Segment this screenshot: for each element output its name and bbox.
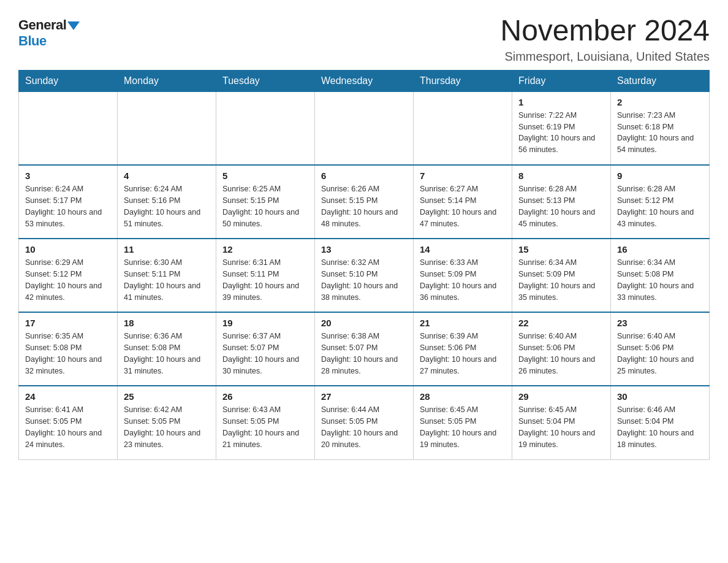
calendar-cell (19, 91, 118, 165)
calendar-cell: 14Sunrise: 6:33 AM Sunset: 5:09 PM Dayli… (414, 239, 512, 312)
day-number: 29 (518, 391, 604, 402)
day-info: Sunrise: 7:23 AM Sunset: 6:18 PM Dayligh… (617, 110, 703, 156)
day-number: 2 (617, 97, 703, 107)
day-number: 17 (25, 318, 111, 328)
calendar-cell: 20Sunrise: 6:38 AM Sunset: 5:07 PM Dayli… (315, 312, 414, 386)
calendar-cell (118, 91, 216, 165)
day-info: Sunrise: 6:38 AM Sunset: 5:07 PM Dayligh… (321, 331, 407, 377)
calendar-title-area: November 2024 Simmesport, Louisiana, Uni… (500, 15, 710, 64)
calendar-cell: 4Sunrise: 6:24 AM Sunset: 5:16 PM Daylig… (118, 165, 216, 239)
calendar-cell: 24Sunrise: 6:41 AM Sunset: 5:05 PM Dayli… (19, 386, 118, 459)
calendar-cell: 1Sunrise: 7:22 AM Sunset: 6:19 PM Daylig… (512, 91, 611, 165)
calendar-cell (414, 91, 512, 165)
day-number: 10 (25, 244, 111, 255)
logo-blue: Blue (18, 33, 47, 48)
calendar-cell (216, 91, 315, 165)
calendar-cell: 8Sunrise: 6:28 AM Sunset: 5:13 PM Daylig… (512, 165, 611, 239)
day-info: Sunrise: 6:44 AM Sunset: 5:05 PM Dayligh… (321, 404, 407, 450)
day-number: 24 (25, 391, 111, 402)
page-header: General Blue November 2024 Simmesport, L… (18, 15, 710, 64)
day-number: 3 (25, 170, 111, 181)
calendar-cell: 29Sunrise: 6:45 AM Sunset: 5:04 PM Dayli… (512, 386, 611, 459)
calendar-cell: 23Sunrise: 6:40 AM Sunset: 5:06 PM Dayli… (611, 312, 710, 386)
calendar-cell: 11Sunrise: 6:30 AM Sunset: 5:11 PM Dayli… (118, 239, 216, 312)
day-info: Sunrise: 6:36 AM Sunset: 5:08 PM Dayligh… (124, 331, 210, 377)
day-number: 7 (420, 170, 506, 181)
month-title: November 2024 (500, 15, 710, 47)
calendar-cell: 18Sunrise: 6:36 AM Sunset: 5:08 PM Dayli… (118, 312, 216, 386)
weekday-header-sunday: Sunday (19, 70, 118, 91)
day-info: Sunrise: 6:45 AM Sunset: 5:04 PM Dayligh… (518, 404, 604, 450)
calendar-cell: 30Sunrise: 6:46 AM Sunset: 5:04 PM Dayli… (611, 386, 710, 459)
day-number: 21 (420, 318, 506, 328)
day-info: Sunrise: 6:40 AM Sunset: 5:06 PM Dayligh… (518, 331, 604, 377)
day-info: Sunrise: 6:41 AM Sunset: 5:05 PM Dayligh… (25, 404, 111, 450)
day-info: Sunrise: 6:45 AM Sunset: 5:05 PM Dayligh… (420, 404, 506, 450)
weekday-header-monday: Monday (118, 70, 216, 91)
week-row-3: 10Sunrise: 6:29 AM Sunset: 5:12 PM Dayli… (19, 239, 710, 312)
calendar-cell: 15Sunrise: 6:34 AM Sunset: 5:09 PM Dayli… (512, 239, 611, 312)
week-row-2: 3Sunrise: 6:24 AM Sunset: 5:17 PM Daylig… (19, 165, 710, 239)
day-info: Sunrise: 7:22 AM Sunset: 6:19 PM Dayligh… (518, 110, 604, 156)
day-number: 30 (617, 391, 703, 402)
week-row-1: 1Sunrise: 7:22 AM Sunset: 6:19 PM Daylig… (19, 91, 710, 165)
day-number: 27 (321, 391, 407, 402)
day-info: Sunrise: 6:42 AM Sunset: 5:05 PM Dayligh… (124, 404, 210, 450)
day-number: 13 (321, 244, 407, 255)
calendar-table: SundayMondayTuesdayWednesdayThursdayFrid… (18, 70, 710, 460)
day-info: Sunrise: 6:26 AM Sunset: 5:15 PM Dayligh… (321, 183, 407, 229)
day-info: Sunrise: 6:46 AM Sunset: 5:04 PM Dayligh… (617, 404, 703, 450)
logo-triangle-icon (67, 21, 80, 30)
day-info: Sunrise: 6:30 AM Sunset: 5:11 PM Dayligh… (124, 257, 210, 303)
day-number: 25 (124, 391, 210, 402)
day-number: 8 (518, 170, 604, 181)
calendar-cell: 27Sunrise: 6:44 AM Sunset: 5:05 PM Dayli… (315, 386, 414, 459)
week-row-4: 17Sunrise: 6:35 AM Sunset: 5:08 PM Dayli… (19, 312, 710, 386)
day-info: Sunrise: 6:24 AM Sunset: 5:17 PM Dayligh… (25, 183, 111, 229)
calendar-cell: 22Sunrise: 6:40 AM Sunset: 5:06 PM Dayli… (512, 312, 611, 386)
weekday-header-tuesday: Tuesday (216, 70, 315, 91)
calendar-cell: 10Sunrise: 6:29 AM Sunset: 5:12 PM Dayli… (19, 239, 118, 312)
calendar-cell: 2Sunrise: 7:23 AM Sunset: 6:18 PM Daylig… (611, 91, 710, 165)
calendar-cell: 6Sunrise: 6:26 AM Sunset: 5:15 PM Daylig… (315, 165, 414, 239)
day-number: 9 (617, 170, 703, 181)
calendar-cell: 3Sunrise: 6:24 AM Sunset: 5:17 PM Daylig… (19, 165, 118, 239)
weekday-header-saturday: Saturday (611, 70, 710, 91)
day-number: 26 (222, 391, 308, 402)
day-number: 5 (222, 170, 308, 181)
day-number: 28 (420, 391, 506, 402)
week-row-5: 24Sunrise: 6:41 AM Sunset: 5:05 PM Dayli… (19, 386, 710, 459)
day-info: Sunrise: 6:40 AM Sunset: 5:06 PM Dayligh… (617, 331, 703, 377)
day-info: Sunrise: 6:34 AM Sunset: 5:09 PM Dayligh… (518, 257, 604, 303)
calendar-cell: 5Sunrise: 6:25 AM Sunset: 5:15 PM Daylig… (216, 165, 315, 239)
day-info: Sunrise: 6:29 AM Sunset: 5:12 PM Dayligh… (25, 257, 111, 303)
day-number: 14 (420, 244, 506, 255)
day-info: Sunrise: 6:28 AM Sunset: 5:13 PM Dayligh… (518, 183, 604, 229)
day-number: 12 (222, 244, 308, 255)
day-number: 23 (617, 318, 703, 328)
day-info: Sunrise: 6:25 AM Sunset: 5:15 PM Dayligh… (222, 183, 308, 229)
logo-line2: Blue (18, 33, 47, 49)
day-info: Sunrise: 6:34 AM Sunset: 5:08 PM Dayligh… (617, 257, 703, 303)
day-number: 20 (321, 318, 407, 328)
calendar-cell: 13Sunrise: 6:32 AM Sunset: 5:10 PM Dayli… (315, 239, 414, 312)
day-number: 16 (617, 244, 703, 255)
calendar-cell: 7Sunrise: 6:27 AM Sunset: 5:14 PM Daylig… (414, 165, 512, 239)
day-info: Sunrise: 6:27 AM Sunset: 5:14 PM Dayligh… (420, 183, 506, 229)
day-info: Sunrise: 6:28 AM Sunset: 5:12 PM Dayligh… (617, 183, 703, 229)
calendar-cell: 28Sunrise: 6:45 AM Sunset: 5:05 PM Dayli… (414, 386, 512, 459)
calendar-cell (315, 91, 414, 165)
day-number: 1 (518, 97, 604, 107)
day-info: Sunrise: 6:31 AM Sunset: 5:11 PM Dayligh… (222, 257, 308, 303)
calendar-cell: 26Sunrise: 6:43 AM Sunset: 5:05 PM Dayli… (216, 386, 315, 459)
logo-line1: General (18, 17, 80, 33)
day-number: 19 (222, 318, 308, 328)
day-info: Sunrise: 6:43 AM Sunset: 5:05 PM Dayligh… (222, 404, 308, 450)
day-info: Sunrise: 6:24 AM Sunset: 5:16 PM Dayligh… (124, 183, 210, 229)
calendar-cell: 16Sunrise: 6:34 AM Sunset: 5:08 PM Dayli… (611, 239, 710, 312)
day-number: 18 (124, 318, 210, 328)
day-number: 15 (518, 244, 604, 255)
weekday-header-wednesday: Wednesday (315, 70, 414, 91)
logo-general: General (18, 17, 66, 33)
calendar-cell: 25Sunrise: 6:42 AM Sunset: 5:05 PM Dayli… (118, 386, 216, 459)
